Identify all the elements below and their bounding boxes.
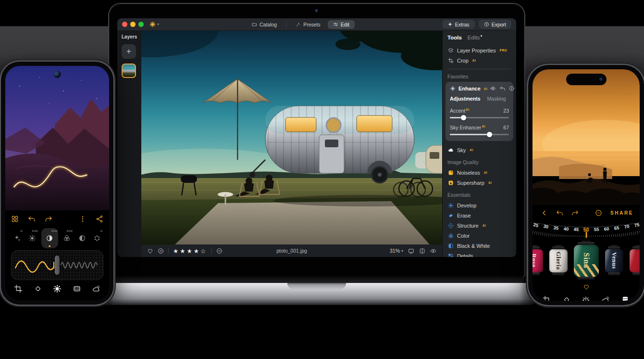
undo-icon[interactable] <box>500 86 506 91</box>
film-preset-venus[interactable]: Venus <box>605 245 623 275</box>
right-phone-photo[interactable] <box>533 69 640 205</box>
tool-item-color[interactable]: Color <box>447 231 511 241</box>
edit-tool-bw-contrast-icon[interactable] <box>76 228 88 248</box>
tool-item-sky[interactable]: SkyAI <box>447 145 511 155</box>
dial-value-25[interactable]: 25 <box>533 222 539 228</box>
minus-circle-icon[interactable] <box>216 248 223 254</box>
dial-value-30[interactable]: 30 <box>543 223 548 230</box>
share-button[interactable]: SHARE <box>610 210 633 216</box>
edit-tool-develop-sun-icon[interactable]: RAW <box>26 228 38 248</box>
star-icon[interactable]: ★ <box>173 248 180 255</box>
film-preset-item[interactable] <box>630 245 640 275</box>
edit-tool-ai-enhance-icon[interactable]: AI <box>11 228 24 248</box>
display-icon[interactable] <box>408 248 414 254</box>
star-icon[interactable]: ☆ <box>200 248 207 255</box>
close-window-button[interactable] <box>122 22 127 27</box>
enhance-tab-adjustments[interactable]: Adjustments <box>450 96 481 102</box>
slider-track[interactable] <box>450 117 509 118</box>
tools-panel-tab-tools[interactable]: Tools <box>447 35 462 40</box>
add-layer-button[interactable]: + <box>122 44 136 59</box>
tool-item-erase[interactable]: Erase <box>447 210 511 220</box>
extras-button[interactable]: Extras <box>442 20 475 29</box>
enhance-sparkle-icon[interactable] <box>450 86 456 91</box>
photo-canvas[interactable] <box>141 31 442 244</box>
tool-item-supersharp[interactable]: SupersharpAI <box>447 178 511 188</box>
compare-icon[interactable] <box>419 248 425 254</box>
redo-icon[interactable] <box>45 215 52 223</box>
heart-icon[interactable] <box>583 283 590 291</box>
visibility-eye-icon[interactable] <box>430 248 436 254</box>
star-icon[interactable]: ★ <box>194 248 200 255</box>
visibility-eye-icon[interactable] <box>490 86 496 91</box>
dial-value-70[interactable]: 70 <box>623 223 629 230</box>
back-chevron-icon[interactable] <box>541 209 548 217</box>
dial-value-75[interactable]: 75 <box>633 222 640 228</box>
scrubber-handle[interactable] <box>55 256 60 275</box>
edit-tool-light-contrast-icon[interactable]: RAW <box>41 228 58 248</box>
zoom-level-control[interactable]: 31% ▾ <box>390 248 403 254</box>
film-preset-sina[interactable]: Sina <box>574 241 599 280</box>
heart-icon[interactable] <box>147 248 153 254</box>
tab-catalog[interactable]: Catalog <box>247 20 282 29</box>
tool-item-details[interactable]: Details <box>447 251 511 257</box>
edit-tool-ai-filter-icon[interactable]: AI <box>91 228 104 248</box>
luminar-star-icon[interactable] <box>149 21 156 27</box>
bottom-tool-film-stack-icon[interactable] <box>73 284 81 295</box>
bottom-tool-sky-cloud-icon[interactable] <box>92 284 100 295</box>
dial-value-35[interactable]: 35 <box>553 225 559 231</box>
app-logo[interactable]: ▾ <box>149 21 159 27</box>
tools-panel-tab-edits[interactable]: Edits <box>468 35 483 40</box>
minimize-window-button[interactable] <box>130 22 136 27</box>
slider-thumb[interactable] <box>461 115 466 120</box>
tool-item-noiseless[interactable]: NoiselessAI <box>447 167 511 178</box>
enhance-tool-card[interactable]: Enhance AI AdjustmentsMasking AccentAI23… <box>446 82 513 141</box>
redo-icon[interactable] <box>571 209 579 217</box>
export-button[interactable]: Export <box>479 20 511 29</box>
bottom-tool-brightness-dial-icon[interactable] <box>582 295 590 301</box>
star-icon[interactable]: ★ <box>186 248 193 255</box>
info-icon[interactable] <box>509 86 515 91</box>
bottom-tool-eraser-icon[interactable] <box>562 295 571 301</box>
slider-track[interactable] <box>450 134 509 135</box>
slider-accent[interactable]: AccentAI23 <box>450 108 509 118</box>
dial-value-55[interactable]: 55 <box>594 226 599 231</box>
tab-edit[interactable]: Edit <box>328 20 355 29</box>
bottom-tool-brightness-filled-icon[interactable] <box>53 284 62 295</box>
dial-value-40[interactable]: 40 <box>563 226 569 231</box>
left-phone-photo[interactable] <box>5 66 109 210</box>
more-vert-icon[interactable] <box>79 215 87 223</box>
slider-thumb[interactable] <box>487 132 492 137</box>
layer-thumbnail[interactable] <box>122 64 136 78</box>
adjustment-scrubber[interactable] <box>11 250 103 280</box>
slider-sky-enhancer[interactable]: Sky EnhancerAI67 <box>450 125 509 135</box>
share-icon[interactable] <box>96 215 103 223</box>
bottom-tool-eraser-icon[interactable] <box>34 284 42 295</box>
tool-item-layer-properties[interactable]: Layer PropertiesPRO <box>447 45 511 55</box>
tab-presets[interactable]: Presets <box>290 20 326 29</box>
bottom-tool-film-roll-filled-icon[interactable] <box>621 295 630 301</box>
tool-item-black-white[interactable]: Black & White <box>447 241 511 251</box>
value-dial[interactable]: 2530354045505560657075 <box>533 220 640 237</box>
tool-item-develop[interactable]: Develop <box>447 200 511 210</box>
undo-icon[interactable] <box>28 215 36 223</box>
tool-item-structure[interactable]: StructureAI <box>447 220 511 231</box>
bottom-tool-crop-icon[interactable] <box>14 284 23 295</box>
film-preset-gloria[interactable]: Gloria <box>549 245 568 275</box>
dial-value-65[interactable]: 65 <box>614 225 619 231</box>
window-controls[interactable] <box>122 22 144 27</box>
more-circle-icon[interactable] <box>595 209 602 217</box>
bottom-tool-crop-icon[interactable] <box>543 295 551 301</box>
star-icon[interactable]: ★ <box>180 248 186 255</box>
dial-value-60[interactable]: 60 <box>604 226 609 231</box>
x-circle-icon[interactable] <box>158 248 164 254</box>
dial-value-45[interactable]: 45 <box>573 226 579 231</box>
bottom-tool-sky-cloud-icon[interactable] <box>601 295 610 301</box>
zoom-window-button[interactable] <box>138 22 144 27</box>
enhance-tab-masking[interactable]: Masking <box>487 96 506 102</box>
star-rating[interactable]: ★★★★☆ <box>173 247 207 255</box>
grid-icon[interactable] <box>11 215 19 223</box>
edit-tool-color-wheel-icon[interactable]: RAW <box>61 228 74 248</box>
film-preset-rosa[interactable]: Rosa <box>533 245 543 275</box>
undo-icon[interactable] <box>556 209 563 217</box>
tool-item-crop[interactable]: CropAI <box>447 55 511 65</box>
